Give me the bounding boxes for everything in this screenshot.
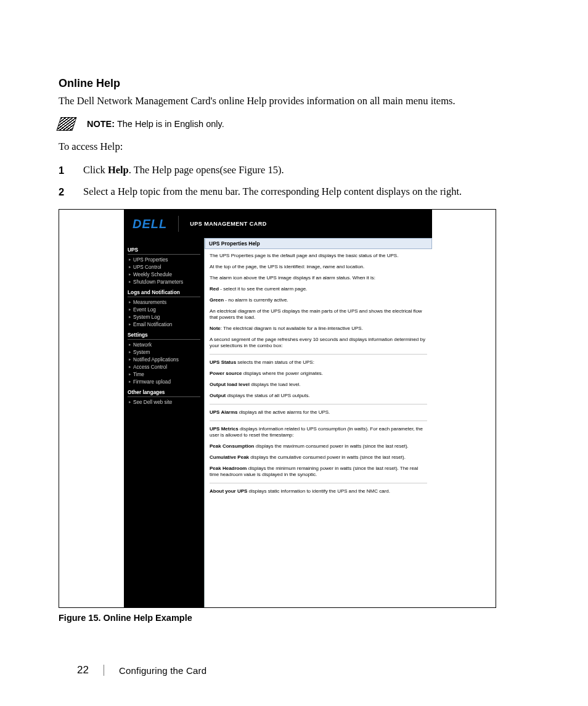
help-strong: Output (210, 393, 226, 398)
sidebar: UPS ▸UPS Properties ▸UPS Control ▸Weekly… (124, 238, 204, 607)
sidebar-item-notified-applications[interactable]: ▸Notified Applications (128, 356, 200, 363)
help-p: UPS Metrics displays information related… (210, 426, 427, 438)
sidebar-item-event-log[interactable]: ▸Event Log (128, 306, 200, 313)
help-p: UPS Alarms displays all the active alarm… (210, 409, 427, 416)
arrow-icon: ▸ (129, 279, 131, 284)
sidebar-item-measurements[interactable]: ▸Measurements (128, 298, 200, 306)
step1-a: Click (83, 164, 108, 176)
note-body: The Help is in English only. (117, 119, 224, 129)
sidebar-group-logs: Logs and Notification (128, 289, 200, 297)
help-strong: Cumulative Peak (210, 454, 249, 460)
sidebar-group-settings: Settings (128, 332, 200, 340)
arrow-icon: ▸ (129, 357, 131, 362)
arrow-icon: ▸ (129, 372, 131, 377)
sidebar-item-label: Email Notification (133, 322, 172, 327)
help-span: displays information related to UPS cons… (210, 426, 423, 438)
help-span: displays all the active alarms for the U… (238, 409, 330, 415)
sidebar-item-label: Notified Applications (133, 357, 179, 363)
help-p: An electrical diagram of the UPS display… (210, 308, 427, 321)
arrow-icon: ▸ (129, 257, 131, 262)
arrow-icon: ▸ (129, 307, 131, 312)
help-strong: Red (210, 286, 219, 292)
help-p: A second segment of the page refreshes e… (210, 337, 427, 349)
arrow-icon: ▸ (129, 379, 131, 384)
note-label: NOTE: (87, 119, 115, 129)
sidebar-group-ups: UPS (128, 247, 200, 255)
help-strong: About your UPS (210, 488, 247, 494)
arrow-icon: ▸ (129, 300, 131, 305)
step2-text: Select a Help topic from the menu bar. T… (83, 184, 462, 200)
dell-logo: DELL (133, 217, 167, 231)
help-span: - no alarm is currently active. (224, 297, 288, 303)
sidebar-item-label: Access Control (133, 364, 167, 370)
sidebar-item-label: See Dell web site (133, 400, 172, 405)
help-p: Peak Consumption displays the maximum co… (210, 443, 427, 449)
arrow-icon: ▸ (129, 364, 131, 369)
help-span: displays the status of all UPS outputs. (226, 393, 310, 398)
sidebar-item-access-control[interactable]: ▸Access Control (128, 363, 200, 371)
sidebar-item-ups-control[interactable]: ▸UPS Control (128, 263, 200, 271)
help-span: displays the cumulative consumed power i… (249, 454, 406, 460)
help-strong: Green (210, 297, 224, 303)
note-row: NOTE: The Help is in English only. (59, 117, 529, 131)
sidebar-item-label: Network (133, 342, 152, 348)
sidebar-item-system-log[interactable]: ▸System Log (128, 313, 200, 321)
sidebar-item-shutdown-parameters[interactable]: ▸Shutdown Parameters (128, 278, 200, 285)
intro-paragraph: The Dell Network Management Card's onlin… (59, 94, 529, 109)
sidebar-item-system[interactable]: ▸System (128, 348, 200, 356)
access-line: To access Help: (59, 139, 529, 154)
help-content-body: The UPS Properties page is the default p… (205, 249, 432, 495)
help-p: At the top of the page, the UPS is ident… (210, 264, 427, 270)
help-span: displays the maximum consumed power in w… (254, 443, 408, 449)
sidebar-item-time[interactable]: ▸Time (128, 371, 200, 378)
help-p: Note: The electrical diagram is not avai… (210, 326, 427, 332)
chapter-title: Configuring the Card (119, 665, 206, 676)
arrow-icon: ▸ (129, 265, 131, 269)
logo-separator (178, 216, 179, 232)
divider (210, 404, 427, 404)
sidebar-item-label: Event Log (133, 307, 156, 313)
sidebar-item-ups-properties[interactable]: ▸UPS Properties (128, 256, 200, 263)
step1-b: . The Help page opens(see Figure 15). (129, 164, 284, 176)
help-strong: Peak Consumption (210, 443, 254, 449)
arrow-icon: ▸ (129, 350, 131, 355)
arrow-icon: ▸ (129, 400, 131, 404)
step-number: 2 (59, 184, 68, 200)
sidebar-item-label: Time (133, 372, 144, 377)
help-span: - select it to see the current alarm pag… (219, 286, 307, 292)
sidebar-item-email-notification[interactable]: ▸Email Notification (128, 321, 200, 328)
help-strong: UPS Alarms (210, 409, 238, 415)
step-1: 1 Click Help. The Help page opens(see Fi… (59, 163, 529, 178)
sidebar-item-label: Firmware upload (133, 379, 171, 385)
screenshot-body: UPS ▸UPS Properties ▸UPS Control ▸Weekly… (124, 238, 432, 607)
help-strong: UPS Metrics (210, 426, 239, 432)
divider (210, 483, 427, 483)
arrow-icon: ▸ (129, 272, 131, 277)
sidebar-item-see-dell[interactable]: ▸See Dell web site (128, 398, 200, 406)
help-content-title: UPS Properties Help (205, 238, 432, 249)
screenshot: DELL UPS MANAGEMENT CARD UPS ▸UPS Proper… (124, 210, 432, 607)
sidebar-item-network[interactable]: ▸Network (128, 341, 200, 348)
steps-list: 1 Click Help. The Help page opens(see Fi… (59, 163, 529, 200)
sidebar-group-other: Other langages (128, 389, 200, 397)
help-strong: UPS Status (210, 359, 236, 365)
divider (210, 421, 427, 421)
help-p: Output displays the status of all UPS ou… (210, 393, 427, 399)
figure-caption: Figure 15. Online Help Example (59, 613, 529, 623)
help-strong: Peak Headroom (210, 466, 247, 471)
footer-separator (104, 665, 104, 676)
step-number: 1 (59, 163, 68, 178)
step1-bold: Help (108, 164, 129, 176)
screenshot-header: DELL UPS MANAGEMENT CARD (124, 210, 432, 238)
help-p: The alarm icon above the UPS image displ… (210, 275, 427, 281)
arrow-icon: ▸ (129, 322, 131, 327)
help-p: Output load level displays the load leve… (210, 382, 427, 388)
note-text: NOTE: The Help is in English only. (87, 119, 224, 129)
help-strong: Power source (210, 371, 242, 376)
sidebar-item-weekly-schedule[interactable]: ▸Weekly Schedule (128, 271, 200, 278)
help-p: Power source displays where the power or… (210, 371, 427, 377)
sidebar-item-label: System Log (133, 314, 160, 320)
sidebar-item-label: UPS Control (133, 265, 161, 270)
help-p: Green - no alarm is currently active. (210, 297, 427, 303)
sidebar-item-firmware-upload[interactable]: ▸Firmware upload (128, 378, 200, 385)
